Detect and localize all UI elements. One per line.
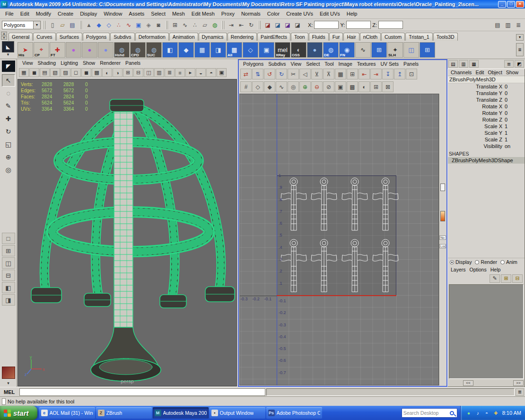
shelf-button[interactable]: ● xyxy=(307,42,323,58)
uv-menu-item[interactable]: Textures xyxy=(355,61,378,67)
lock-selection-icon[interactable]: ◙ xyxy=(154,20,163,30)
search-deskbar[interactable]: Search Desktop xyxy=(402,408,457,418)
wireframe-mode-icon[interactable]: ◻ xyxy=(71,68,81,77)
input-connections-icon[interactable]: ⇥ xyxy=(227,20,236,30)
texture-borders-icon[interactable]: ▣ xyxy=(217,68,227,77)
shelf-button[interactable]: ◆ xyxy=(178,42,194,58)
uv-menu-item[interactable]: Select xyxy=(304,61,322,67)
uv-lattice-tool-icon[interactable]: # xyxy=(240,81,252,92)
channel-attribute-row[interactable]: Scale Z 1 xyxy=(448,136,525,143)
scroll-right-button[interactable]: >> xyxy=(513,380,524,386)
panel-menu-item[interactable]: Shading xyxy=(35,60,59,66)
shelf-tab-options-icon[interactable]: ▾ xyxy=(516,34,524,41)
align-u-max-icon[interactable]: ⇥ xyxy=(370,69,382,79)
shelf-button[interactable]: ⌖ CP xyxy=(34,42,49,58)
close-button[interactable]: × xyxy=(516,1,524,8)
isolate-select-uv-icon[interactable]: ◎ xyxy=(288,81,299,92)
grid-toggle-icon[interactable]: ⊞ xyxy=(123,68,133,77)
universal-manipulator-tool[interactable]: ⊕ xyxy=(2,151,15,163)
minimize-button[interactable]: _ xyxy=(498,1,506,8)
shelf-button[interactable]: ◇ xyxy=(243,42,258,58)
shelf-tab[interactable]: Fluids xyxy=(309,33,329,41)
menu-item[interactable]: Color xyxy=(264,10,283,18)
channel-box-menu-item[interactable]: Edit xyxy=(473,70,486,75)
shelf-tab[interactable]: Tools3D xyxy=(433,33,458,41)
remove-from-isolation-icon[interactable]: ⊖ xyxy=(311,81,323,92)
output-connections-icon[interactable]: ⇤ xyxy=(236,20,246,30)
shelf-button[interactable]: ◍ CPD xyxy=(130,42,146,58)
pixel-snap-icon[interactable]: ⊠ xyxy=(382,81,394,92)
shelf-tab[interactable]: Dynamics xyxy=(199,33,227,41)
paint-effects-icon[interactable] xyxy=(2,367,15,379)
add-to-isolation-icon[interactable]: ⊕ xyxy=(299,81,311,92)
rotate-tool[interactable]: ↻ xyxy=(2,125,15,138)
select-hierarchy-icon[interactable]: ▲ xyxy=(84,20,94,30)
channel-attribute-value[interactable]: 1 xyxy=(505,130,525,136)
channel-attribute-value[interactable]: 0 xyxy=(505,104,525,109)
new-empty-layer-icon[interactable]: ⊞ xyxy=(501,274,511,283)
shelf-button[interactable]: ◐ OSS xyxy=(291,42,306,58)
move-uv-shell-icon[interactable]: ◇ xyxy=(252,81,263,92)
shelf-options-icon[interactable]: ≣ xyxy=(516,43,524,56)
toolbar-grip[interactable] xyxy=(222,21,224,29)
start-button[interactable]: start xyxy=(0,406,37,420)
rotate-uv-cw-icon[interactable]: ↻ xyxy=(276,69,287,79)
lighting-icon[interactable]: ◐ xyxy=(102,68,112,77)
shelf-tab[interactable]: Animation xyxy=(169,33,198,41)
command-input[interactable] xyxy=(19,388,265,396)
shape-node-name[interactable]: ZBrushPolyMesh3DShape xyxy=(448,157,525,164)
toggle-toolbox-icon[interactable]: ▤ xyxy=(493,20,502,30)
channel-attribute-row[interactable]: Translate Y 0 xyxy=(448,90,525,96)
shaded-mode-icon[interactable]: ◼ xyxy=(81,68,91,77)
gate-mask-icon[interactable]: ▥ xyxy=(154,68,164,77)
menu-item[interactable]: Proxy xyxy=(218,10,238,18)
toolbar-grip[interactable] xyxy=(43,21,45,29)
make-live-icon[interactable]: ◍ xyxy=(210,20,219,30)
task-button[interactable]: ▪ Output Window xyxy=(210,407,265,419)
safe-action-icon[interactable]: ≡ xyxy=(175,68,185,77)
menu-item[interactable]: Normals xyxy=(238,10,264,18)
color-swatch[interactable] xyxy=(440,184,445,191)
shelf-tab[interactable]: Polygons xyxy=(83,33,110,41)
snap-uv-icon[interactable]: ⊡ xyxy=(406,69,417,79)
network-tray-icon[interactable]: ◓ xyxy=(483,410,490,417)
rotate-uv-ccw-icon[interactable]: ↺ xyxy=(264,69,275,79)
panel-menu-item[interactable]: View xyxy=(20,60,35,66)
film-gate-icon[interactable]: ⊟ xyxy=(133,68,143,77)
isolate-select-icon[interactable]: ◓ xyxy=(206,68,216,77)
channel-attribute-row[interactable]: Rotate Z 0 xyxy=(448,116,525,123)
strip-button[interactable]: Loc xyxy=(439,244,446,248)
select-shell-icon[interactable]: ◆ xyxy=(264,81,275,92)
xray-mode-icon[interactable]: ◒ xyxy=(196,68,206,77)
shelf-tab[interactable]: Fur xyxy=(329,33,343,41)
layer-editor-menu-item[interactable]: Help xyxy=(489,267,503,272)
flip-v-icon[interactable]: ⇅ xyxy=(252,69,263,79)
three-pane-left-layout-button[interactable]: ◧ xyxy=(2,282,15,293)
layer-list[interactable] xyxy=(449,284,524,379)
maximize-button[interactable]: □ xyxy=(507,1,515,8)
layer-editor-menu-item[interactable]: Layers xyxy=(449,267,468,272)
panel-menu-icon[interactable]: ≣ xyxy=(504,60,514,68)
safe-title-icon[interactable]: ▸ xyxy=(185,68,195,77)
collapse-panel-icon[interactable]: ◩ xyxy=(515,60,524,68)
messenger-tray-icon[interactable]: ● xyxy=(465,410,472,417)
shelf-button[interactable]: ▦ xyxy=(194,42,210,58)
shelf-tab[interactable]: nCloth xyxy=(360,33,381,41)
channel-attribute-value[interactable]: 0 xyxy=(505,110,525,116)
shelf-button[interactable]: ⊞ xyxy=(420,42,435,58)
scale-tool[interactable]: ◱ xyxy=(2,138,15,150)
new-scene-icon[interactable]: ▯ xyxy=(48,20,57,30)
show-channel-layer-icon[interactable]: ▦ xyxy=(469,60,479,68)
layer-editor-menu-item[interactable]: Options xyxy=(468,267,489,272)
shelf-tab[interactable]: Subdivs xyxy=(110,33,134,41)
select-hulls-mask-icon[interactable]: ◈ xyxy=(144,20,153,30)
toggle-attribute-editor-icon[interactable]: ▥ xyxy=(503,20,513,30)
channel-attribute-row[interactable]: Translate Z 0 xyxy=(448,96,525,103)
menu-item[interactable]: Create xyxy=(54,10,77,18)
snap-to-curves-icon[interactable]: ∿ xyxy=(180,20,190,30)
new-layer-from-selected-icon[interactable]: ⊟ xyxy=(512,274,523,283)
single-pane-layout-button[interactable]: □ xyxy=(2,233,15,244)
shelf-tab[interactable]: Toon xyxy=(291,33,308,41)
panel-menu-item[interactable]: Lighting xyxy=(58,60,80,66)
task-button[interactable]: Z ZBrush xyxy=(96,407,152,419)
